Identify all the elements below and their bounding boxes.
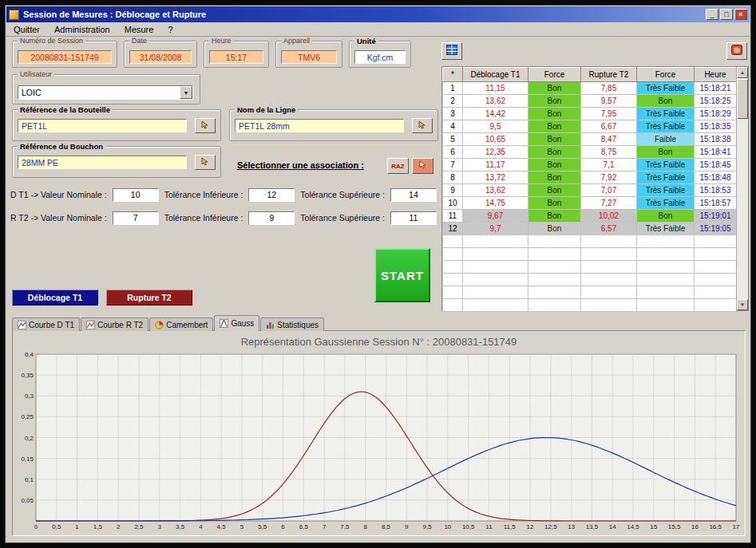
table-cell[interactable]: 15:18:25 <box>695 95 737 108</box>
table-cell[interactable]: Très Faible <box>637 197 695 210</box>
table-cell[interactable]: 9,57 <box>581 95 637 108</box>
table-cell[interactable]: 8,75 <box>581 146 637 159</box>
table-cell[interactable]: Très Faible <box>637 184 695 197</box>
table-cell[interactable]: 15:18:29 <box>695 108 737 120</box>
table-cell[interactable] <box>463 274 528 286</box>
table-cell[interactable]: Faible <box>637 133 695 146</box>
table-cell[interactable]: 12 <box>443 223 463 235</box>
table-cell[interactable]: 4 <box>443 120 463 133</box>
table-cell[interactable]: 6 <box>443 146 463 159</box>
deblocage-t1-button[interactable]: Déblocage T1 <box>12 290 98 306</box>
table-cell[interactable] <box>528 274 581 286</box>
table-cell[interactable]: Bon <box>637 95 695 108</box>
table-cell[interactable]: 13,72 <box>463 171 528 184</box>
table-cell[interactable] <box>581 235 637 248</box>
unite-field[interactable]: Kgf.cm <box>354 50 406 64</box>
maximize-button[interactable]: □ <box>720 9 733 20</box>
table-cell[interactable]: Bon <box>637 146 695 159</box>
ref-bouchon-select-button[interactable] <box>195 155 216 170</box>
table-cell[interactable]: 13,62 <box>463 95 528 108</box>
table-cell[interactable] <box>443 235 463 248</box>
d-t1-nominale-input[interactable]: 10 <box>113 188 159 202</box>
table-cell[interactable] <box>637 261 695 274</box>
table-cell[interactable]: 15:19:01 <box>695 210 737 223</box>
table-cell[interactable]: 7,07 <box>581 184 637 197</box>
column-header-force[interactable]: Force <box>528 68 581 82</box>
table-cell[interactable]: 10,65 <box>463 133 528 146</box>
tab-courbe-d-t1[interactable]: Courbe D T1 <box>12 317 80 331</box>
menu-item-administration[interactable]: Administration <box>47 23 117 36</box>
ref-bouteille-select-button[interactable] <box>195 118 216 133</box>
table-cell[interactable]: 7,1 <box>581 159 637 171</box>
table-cell[interactable]: 15:18:57 <box>695 197 737 210</box>
table-cell[interactable]: Bon <box>528 197 581 210</box>
table-cell[interactable]: Très Faible <box>637 82 695 95</box>
table-cell[interactable]: Bon <box>528 159 581 171</box>
table-cell[interactable]: 15:18:48 <box>695 171 737 184</box>
table-row[interactable]: 1014,75Bon7,27Très Faible15:18:57 <box>443 197 737 210</box>
chevron-down-icon[interactable]: ▼ <box>180 86 192 99</box>
table-row[interactable]: 510,65Bon8,47Faible15:18:38 <box>443 133 737 146</box>
table-cell[interactable]: 9,67 <box>463 210 528 223</box>
table-cell[interactable]: 2 <box>443 95 463 108</box>
table-cell[interactable]: 15:18:41 <box>695 146 737 159</box>
table-cell[interactable]: 1 <box>443 82 463 95</box>
table-cell[interactable]: 9 <box>443 184 463 197</box>
table-cell[interactable]: 11,15 <box>463 82 528 95</box>
r-t2-tol-inf-input[interactable]: 9 <box>248 211 295 225</box>
table-cell[interactable] <box>443 248 463 261</box>
rupture-t2-button[interactable]: Rupture T2 <box>106 290 192 306</box>
table-cell[interactable]: Bon <box>528 82 581 95</box>
ref-bouteille-field[interactable]: PET1L <box>18 119 187 132</box>
table-cell[interactable] <box>528 261 581 274</box>
table-cell[interactable]: 15:18:53 <box>695 184 737 197</box>
table-cell[interactable]: 3 <box>443 108 463 120</box>
table-cell[interactable] <box>581 248 637 261</box>
table-row[interactable]: 913,62Bon7,07Très Faible15:18:53 <box>443 184 737 197</box>
table-scrollbar[interactable]: ▲ ▼ <box>736 67 748 310</box>
table-cell[interactable]: Bon <box>528 108 581 120</box>
table-cell[interactable]: 14,75 <box>463 197 528 210</box>
nom-ligne-select-button[interactable] <box>412 118 433 133</box>
table-cell[interactable]: Bon <box>637 210 695 223</box>
table-cell[interactable]: 6,57 <box>581 223 637 235</box>
menu-item-?[interactable]: ? <box>160 23 180 36</box>
table-cell[interactable] <box>463 235 528 248</box>
menu-item-mesure[interactable]: Mesure <box>117 23 161 36</box>
table-cell[interactable]: Bon <box>528 120 581 133</box>
table-cell[interactable] <box>637 248 695 261</box>
utilisateur-dropdown[interactable]: LOIC ▼ <box>18 85 193 100</box>
table-cell[interactable] <box>528 286 581 299</box>
table-cell[interactable] <box>528 248 581 261</box>
column-header-force[interactable]: Force <box>637 68 695 82</box>
association-select-button[interactable] <box>412 158 433 174</box>
table-cell[interactable] <box>463 261 528 274</box>
table-cell[interactable]: 8 <box>443 171 463 184</box>
table-cell[interactable]: 7,92 <box>581 171 637 184</box>
table-cell[interactable]: Bon <box>528 184 581 197</box>
table-cell[interactable] <box>463 286 528 299</box>
table-cell[interactable]: Très Faible <box>637 159 695 171</box>
table-cell[interactable]: Bon <box>528 146 581 159</box>
table-cell[interactable]: 7,85 <box>581 82 637 95</box>
column-header-heure[interactable]: Heure <box>695 68 737 82</box>
scroll-up-icon[interactable]: ▲ <box>737 67 748 78</box>
scroll-down-icon[interactable]: ▼ <box>737 299 748 310</box>
table-row-empty[interactable] <box>443 274 737 286</box>
table-cell[interactable]: 11,17 <box>463 159 528 171</box>
scrollbar-thumb[interactable] <box>737 79 748 119</box>
table-cell[interactable]: Bon <box>528 223 581 235</box>
table-cell[interactable] <box>637 235 695 248</box>
table-cell[interactable]: 15:18:21 <box>695 82 737 95</box>
table-cell[interactable] <box>695 248 737 261</box>
table-row-empty[interactable] <box>443 299 737 312</box>
table-cell[interactable] <box>637 286 695 299</box>
table-cell[interactable]: 14,42 <box>463 108 528 120</box>
column-header-d-blocage-t1[interactable]: Déblocage T1 <box>463 68 528 82</box>
table-cell[interactable]: Bon <box>528 95 581 108</box>
tab-gauss[interactable]: Gauss <box>214 315 259 331</box>
table-row-empty[interactable] <box>443 286 737 299</box>
table-row[interactable]: 49,5Bon6,67Très Faible15:18:35 <box>443 120 737 133</box>
table-cell[interactable]: 9,5 <box>463 120 528 133</box>
table-cell[interactable]: 15:18:38 <box>695 133 737 146</box>
